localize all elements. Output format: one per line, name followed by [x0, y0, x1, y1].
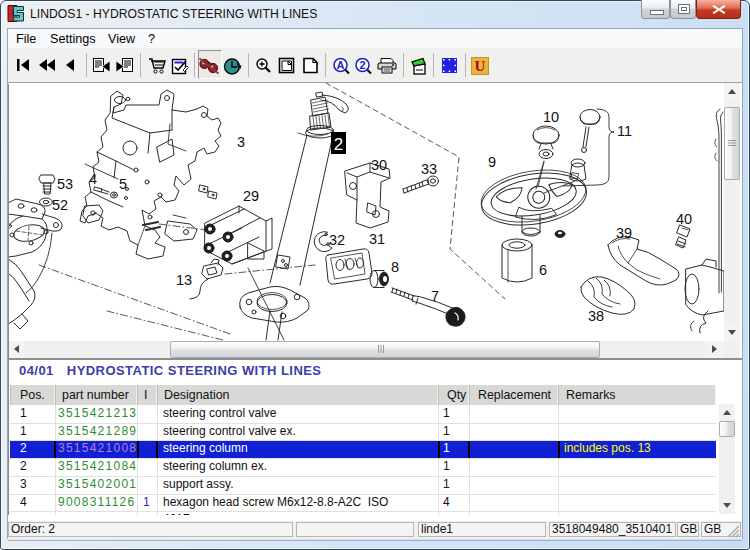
- svg-text:2: 2: [359, 59, 365, 71]
- svg-text:53: 53: [57, 176, 73, 192]
- svg-text:29: 29: [243, 188, 259, 204]
- svg-text:30: 30: [371, 157, 387, 173]
- svg-text:10: 10: [543, 109, 559, 125]
- svg-text:6: 6: [539, 262, 547, 278]
- svg-text:40: 40: [676, 211, 692, 227]
- svg-text:8: 8: [391, 259, 399, 275]
- svg-text:5: 5: [119, 176, 127, 192]
- svg-text:11: 11: [617, 123, 632, 139]
- svg-text:33: 33: [421, 161, 437, 177]
- svg-text:31: 31: [369, 231, 385, 247]
- svg-text:U: U: [475, 58, 486, 74]
- svg-text:A: A: [337, 59, 345, 71]
- svg-text:2: 2: [334, 135, 343, 154]
- svg-text:13: 13: [176, 272, 192, 288]
- svg-text:9: 9: [488, 154, 496, 170]
- svg-text:4: 4: [89, 171, 97, 187]
- svg-text:52: 52: [52, 197, 68, 213]
- svg-text:32: 32: [329, 232, 345, 248]
- svg-text:38: 38: [588, 308, 604, 324]
- svg-text:39: 39: [616, 225, 632, 241]
- svg-text:7: 7: [431, 288, 439, 304]
- svg-text:3: 3: [237, 134, 245, 150]
